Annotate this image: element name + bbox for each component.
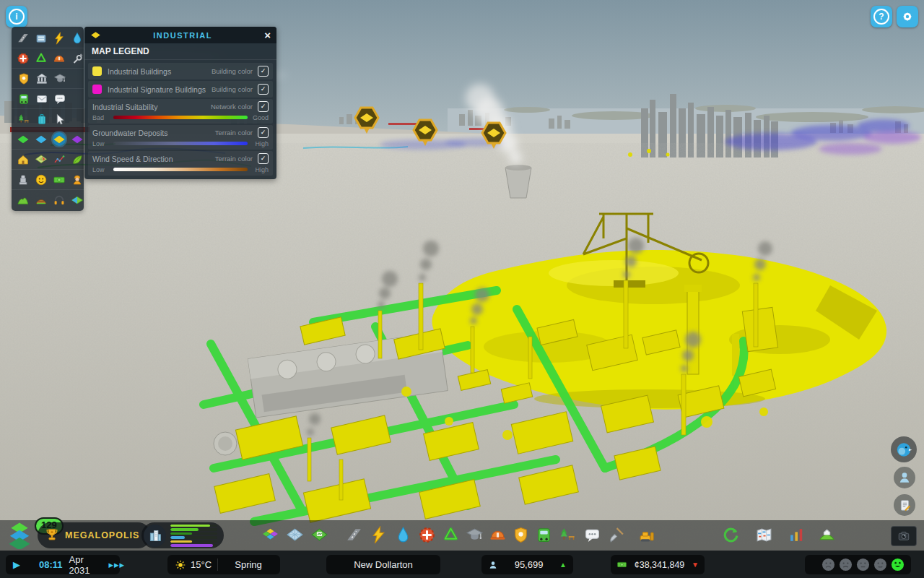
legend-label: Groundwater Deposits <box>92 129 215 137</box>
settings-button[interactable] <box>897 6 918 27</box>
infoview-districts[interactable] <box>70 132 84 146</box>
infoview-administration[interactable] <box>35 72 48 85</box>
milestone-button[interactable]: 129 <box>6 522 36 551</box>
citizen-panel-button[interactable] <box>894 467 915 488</box>
checkbox-checked[interactable]: ✓ <box>258 101 269 112</box>
infoview-statistics[interactable] <box>53 152 66 166</box>
info-button[interactable]: i <box>6 6 27 27</box>
legend-label: Industrial Suitability <box>92 103 211 111</box>
infoview-natural-resources-selected[interactable] <box>53 132 66 146</box>
infoview-soil[interactable] <box>35 193 48 207</box>
infoview-parks-recreation[interactable] <box>17 112 30 126</box>
infoview-garbage[interactable] <box>35 51 48 65</box>
clock-time: 08:11 <box>39 559 63 570</box>
infoview-land-value[interactable] <box>35 152 48 166</box>
zoning-demand-widget[interactable] <box>141 522 224 548</box>
infoview-workers[interactable] <box>70 173 84 186</box>
demand-industrial <box>170 540 217 543</box>
legend-item-wind: Wind Speed & Direction Terrain color ✓ L… <box>88 151 273 176</box>
happiness-widget[interactable] <box>805 555 911 574</box>
infoview-transportation[interactable] <box>17 92 30 105</box>
toolbar-fire-rescue[interactable] <box>489 526 507 544</box>
toolbar-landscaping[interactable] <box>607 526 625 544</box>
milestone-diamonds-icon <box>6 522 33 549</box>
industrial-diamond-icon <box>90 30 101 40</box>
infoview-terrain[interactable] <box>17 193 30 207</box>
infoview-post[interactable] <box>35 92 48 105</box>
infoview-greenery[interactable] <box>70 152 84 166</box>
journal-button[interactable] <box>894 494 915 516</box>
checkbox-checked[interactable]: ✓ <box>258 127 269 138</box>
fast-forward-button[interactable]: ▶▶▶ <box>101 561 132 569</box>
infoview-happiness[interactable] <box>35 173 48 186</box>
toolbar-economy[interactable] <box>722 526 740 544</box>
gradient-max-label: High <box>251 166 269 173</box>
infoview-education[interactable] <box>53 72 66 85</box>
toolbar-education[interactable] <box>466 526 484 544</box>
legend-item-industrial-buildings: Industrial Buildings Building color ✓ <box>88 63 273 79</box>
infoview-noise-pollution[interactable] <box>53 193 66 207</box>
suitability-gradient <box>113 116 248 119</box>
infoview-groundwater[interactable] <box>35 132 48 146</box>
chirper-button[interactable] <box>891 436 917 462</box>
toolbar-city-information[interactable] <box>755 526 773 544</box>
help-button[interactable]: ? <box>871 6 892 27</box>
checkbox-checked[interactable]: ✓ <box>258 66 269 77</box>
toolbar-zone-tools[interactable] <box>286 526 304 544</box>
toolbar-signature-areas[interactable] <box>310 526 328 544</box>
face-sad-icon <box>839 558 853 571</box>
infoview-electricity[interactable] <box>53 31 66 45</box>
info-icon: i <box>9 9 25 25</box>
toolbar-roads[interactable] <box>345 526 363 544</box>
toolbar-parks-recreation[interactable] <box>559 526 577 544</box>
toolbar-police[interactable] <box>512 526 530 544</box>
infoview-maintenance[interactable] <box>70 51 84 65</box>
treasury-amount: ¢38,341,849 <box>627 560 692 570</box>
milestone-name-pill[interactable]: MEGALOPOLIS <box>38 522 151 548</box>
toolbar-water-sewage[interactable] <box>394 526 412 544</box>
toolbar-transportation[interactable] <box>535 526 553 544</box>
toolbar-progression[interactable] <box>818 526 836 544</box>
population-icon <box>488 560 498 570</box>
chirper-bird-icon <box>894 440 913 459</box>
infoview-land-use[interactable] <box>17 132 30 146</box>
checkbox-checked[interactable]: ✓ <box>258 153 269 164</box>
legend-type-label: Terrain color <box>215 129 253 137</box>
status-bar: ▶ 08:11 Apr 2031 ▶▶▶ 15°C Spring New Dol… <box>0 551 924 578</box>
infoview-landmarks[interactable] <box>17 173 30 186</box>
toolbar-healthcare[interactable] <box>418 526 436 544</box>
population-widget[interactable]: 95,699 ▲ <box>481 555 573 574</box>
infoview-communications[interactable] <box>53 92 66 105</box>
city-name-pill[interactable]: New Dollarton <box>326 555 440 574</box>
infoview-water[interactable] <box>70 31 84 45</box>
toolbar-garbage[interactable] <box>442 526 460 544</box>
toolbar-statistics[interactable] <box>788 526 806 544</box>
legend-label: Wind Speed & Direction <box>92 155 215 163</box>
legend-type-label: Building color <box>212 85 253 93</box>
toolbar-communications[interactable] <box>583 526 601 544</box>
face-neutral-icon <box>856 558 870 571</box>
infoview-healthcare[interactable] <box>17 51 30 65</box>
infoview-wealth[interactable] <box>53 173 66 186</box>
treasury-widget[interactable]: ¢38,341,849 ▼ <box>611 555 705 574</box>
infoview-police[interactable] <box>17 72 30 85</box>
infoview-tourism[interactable] <box>35 112 48 126</box>
checkbox-checked[interactable]: ✓ <box>258 84 269 95</box>
infoview-fire-rescue[interactable] <box>53 51 66 65</box>
infoview-shoreline[interactable] <box>70 193 84 207</box>
legend-label: Industrial Buildings <box>108 67 212 76</box>
demand-residential-high <box>170 532 217 535</box>
infoview-routes[interactable] <box>53 112 66 126</box>
infoview-buildings[interactable] <box>35 31 48 45</box>
legend-type-label: Building color <box>212 67 253 75</box>
infoview-roads[interactable] <box>17 31 30 45</box>
play-button[interactable]: ▶ <box>6 559 27 570</box>
photo-mode-button[interactable] <box>891 526 917 546</box>
toolbar-zones[interactable] <box>261 526 279 544</box>
close-icon[interactable]: × <box>264 30 271 40</box>
infoview-housing[interactable] <box>17 152 30 166</box>
money-trend-down-icon: ▼ <box>692 561 699 569</box>
toolbar-bulldozer[interactable] <box>638 526 656 544</box>
toolbar-electricity[interactable] <box>370 526 388 544</box>
weather-widget[interactable]: 15°C Spring <box>167 555 280 574</box>
